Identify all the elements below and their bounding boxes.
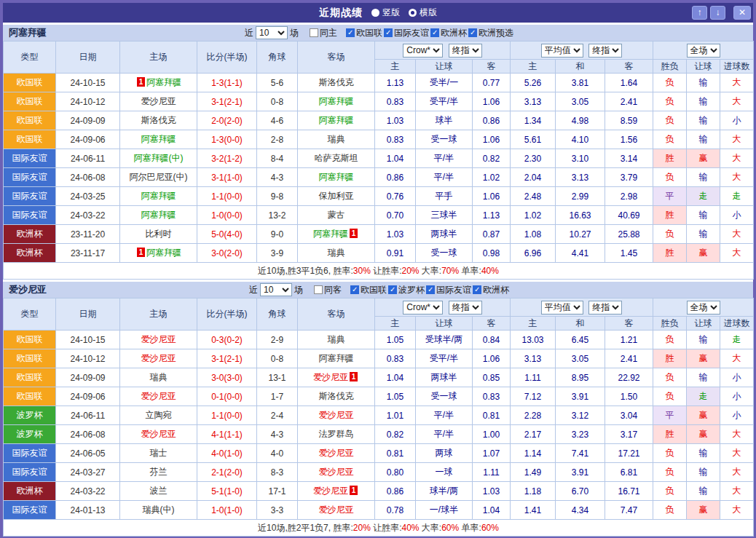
average-select[interactable]: 平均值 — [541, 301, 583, 315]
cell-date: 24-10-12 — [56, 92, 120, 111]
cell-handicap: 受平/半 — [416, 349, 473, 368]
competition-checkbox[interactable]: 欧国联 — [350, 284, 387, 296]
cell-competition-type: 欧国联 — [4, 74, 56, 92]
team-label: 阿塞拜疆 — [141, 191, 176, 201]
team-section-estonia: 爱沙尼亚 近 10 场 同客 欧国联波罗杯国际友谊欧洲杯 — [3, 282, 753, 537]
cell-goals-result: 大 — [720, 130, 754, 149]
cell-avg-away: 1.64 — [605, 74, 653, 92]
scope-group: 全场 — [653, 298, 754, 317]
competition-checkbox[interactable]: 波罗杯 — [388, 284, 425, 296]
cell-handicap: 受一球 — [416, 387, 473, 406]
team-label: 爱沙尼亚 — [319, 448, 354, 458]
cell-avg-away: 6.81 — [605, 463, 653, 482]
checkbox-icon[interactable] — [388, 285, 397, 294]
cell-avg-draw: 3.12 — [556, 406, 605, 425]
table-row: 国际友谊24-06-08阿尔巴尼亚(中)3-1(1-0)4-3阿塞拜疆0.86平… — [4, 168, 754, 187]
competition-checkbox[interactable]: 欧洲预选 — [468, 27, 513, 39]
cell-date: 24-01-13 — [56, 501, 120, 520]
cell-away-team: 瑞典 — [298, 331, 375, 349]
cell-score: 1-1(0-0) — [197, 406, 257, 425]
team-header: 爱沙尼亚 近 10 场 同客 欧国联波罗杯国际友谊欧洲杯 — [3, 282, 753, 298]
summary-row: 近10场,胜3平1负6, 胜率:30% 让胜率:20% 大率:70% 单率:40… — [4, 263, 754, 280]
radio-horizontal-layout[interactable]: 横版 — [409, 7, 437, 19]
competition-checkbox[interactable]: 欧国联 — [346, 27, 382, 39]
cell-handicap: 两球 — [416, 444, 473, 463]
cell-avg-draw: 2.99 — [556, 187, 605, 206]
col-score: 比分(半场) — [197, 298, 257, 331]
checkbox-label: 同主 — [320, 27, 337, 39]
cell-goals-result: 走 — [720, 331, 754, 349]
team-label: 爱沙尼亚 — [319, 505, 354, 515]
cell-odds-home: 1.13 — [375, 74, 416, 92]
radio-vertical-layout[interactable]: 竖版 — [371, 7, 400, 19]
col-home: 主场 — [120, 41, 197, 74]
scope-group: 全场 — [653, 41, 754, 60]
cell-odds-away: 0.86 — [473, 111, 511, 130]
checkbox-icon[interactable] — [310, 28, 318, 37]
bookmaker-select[interactable]: Crow* — [403, 44, 443, 58]
cell-score: 0-3(0-2) — [197, 331, 257, 349]
checkbox-icon[interactable] — [314, 285, 323, 294]
checkbox-icon[interactable] — [430, 28, 439, 37]
close-button[interactable]: ✕ — [733, 6, 751, 20]
radio-icon[interactable] — [371, 9, 379, 17]
match-count-select[interactable]: 10 — [256, 26, 288, 39]
bookmaker-odds-group: Crow* 终指 — [375, 41, 511, 60]
checkbox-icon[interactable] — [346, 28, 355, 37]
cell-away-team: 阿塞拜疆1 — [298, 225, 375, 244]
checkbox-icon[interactable] — [350, 285, 359, 294]
cell-handicap-result: 输 — [687, 225, 720, 244]
cell-competition-type: 国际友谊 — [4, 149, 56, 168]
table-row: 国际友谊24-01-13瑞典(中)1-0(1-0)3-3爱沙尼亚0.78一/球半… — [4, 501, 754, 520]
cell-competition-type: 波罗杯 — [4, 425, 56, 444]
competition-checkbox[interactable]: 欧洲杯 — [473, 284, 509, 296]
competition-checkbox[interactable]: 欧洲杯 — [430, 27, 467, 39]
cell-competition-type: 欧国联 — [4, 331, 56, 349]
col-score: 比分(半场) — [197, 41, 257, 74]
cell-corners: 13-1 — [257, 368, 298, 387]
cell-odds-away: 1.06 — [473, 130, 511, 149]
summary-segment: 大率: — [420, 523, 442, 533]
team-label: 瑞典 — [328, 334, 345, 344]
checkbox-icon[interactable] — [468, 28, 477, 37]
cell-odds-away: 0.81 — [473, 406, 511, 425]
scope-select[interactable]: 全场 — [687, 301, 720, 315]
table-row: 国际友谊24-03-27芬兰2-1(2-0)8-3爱沙尼亚0.80一球1.111… — [4, 463, 754, 482]
final-odds-select-2[interactable]: 终指 — [588, 44, 622, 58]
cell-odds-home: 1.05 — [375, 331, 416, 349]
checkbox-icon[interactable] — [473, 285, 481, 294]
cell-score: 3-1(2-1) — [197, 349, 257, 368]
checkbox-icon[interactable] — [384, 28, 393, 37]
recent-results-panel: 近期战绩 竖版 横版 ↑ ↓ ✕ 阿塞拜疆 近 10 场 — [0, 0, 756, 538]
cell-avg-draw: 3.05 — [556, 92, 605, 111]
competition-checkbox[interactable]: 国际友谊 — [426, 284, 471, 296]
cell-avg-away: 1.56 — [605, 130, 653, 149]
final-odds-select[interactable]: 终指 — [449, 301, 482, 315]
competition-checkbox[interactable]: 国际友谊 — [384, 27, 429, 39]
cell-avg-away: 2.41 — [605, 92, 653, 111]
final-odds-select[interactable]: 终指 — [449, 44, 482, 58]
move-down-button[interactable]: ↓ — [710, 6, 725, 20]
cell-corners: 8-4 — [257, 149, 298, 168]
same-venue-checkbox[interactable]: 同客 — [314, 284, 342, 296]
cell-handicap: 平/半 — [416, 168, 473, 187]
team-label: 斯洛伐克 — [141, 115, 176, 125]
same-venue-checkbox[interactable]: 同主 — [310, 27, 337, 39]
cell-odds-away: 0.83 — [473, 387, 511, 406]
checkbox-icon[interactable] — [426, 285, 435, 294]
bookmaker-select[interactable]: Crow* — [403, 301, 443, 315]
table-row: 欧国联24-09-06阿塞拜疆1-3(0-0)2-8瑞典0.83受一球1.065… — [4, 130, 754, 149]
move-up-button[interactable]: ↑ — [692, 6, 707, 20]
radio-selected-icon[interactable] — [409, 9, 417, 17]
cell-corners: 17-1 — [257, 482, 298, 501]
checkbox-label: 欧洲杯 — [483, 284, 509, 296]
cell-corners: 2-8 — [257, 130, 298, 149]
scope-select[interactable]: 全场 — [687, 44, 720, 58]
cell-handicap-result: 赢 — [687, 406, 720, 425]
cell-avg-draw: 4.10 — [556, 130, 605, 149]
cell-competition-type: 欧洲杯 — [4, 244, 56, 263]
final-odds-select-2[interactable]: 终指 — [588, 301, 622, 315]
team-label: 爱沙尼亚 — [319, 467, 354, 477]
average-select[interactable]: 平均值 — [541, 44, 583, 58]
match-count-select[interactable]: 10 — [260, 283, 292, 296]
